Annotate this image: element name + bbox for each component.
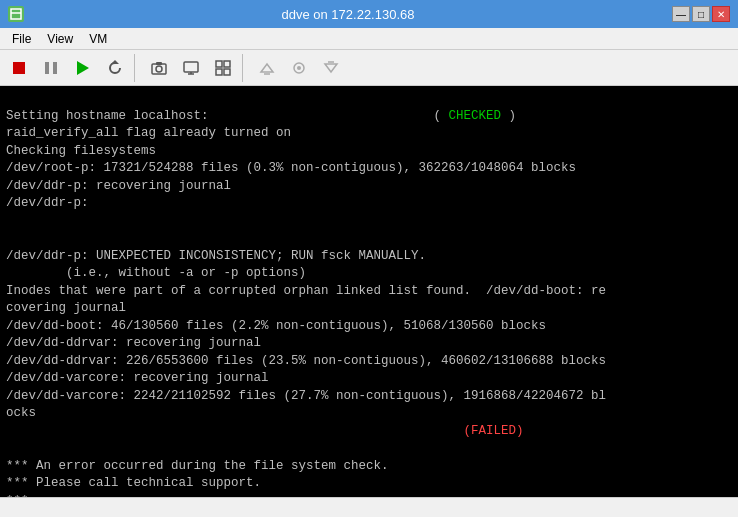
terminal-line: /dev/ddr-p: UNEXPECTED INCONSISTENCY; RU… bbox=[6, 248, 732, 266]
svg-rect-4 bbox=[53, 62, 57, 74]
menu-file[interactable]: File bbox=[4, 30, 39, 48]
svg-rect-9 bbox=[156, 62, 162, 65]
svg-rect-15 bbox=[216, 69, 222, 75]
terminal-line: raid_verify_all flag already turned on bbox=[6, 125, 732, 143]
terminal-line: *** An error occurred during the file sy… bbox=[6, 458, 732, 476]
menu-view[interactable]: View bbox=[39, 30, 81, 48]
pause-button[interactable] bbox=[36, 54, 66, 82]
window-controls: — □ ✕ bbox=[672, 6, 730, 22]
terminal-line: /dev/ddr-p: recovering journal bbox=[6, 178, 732, 196]
window-icon bbox=[8, 6, 24, 22]
terminal-line: *** Please call technical support. bbox=[6, 475, 732, 493]
svg-rect-16 bbox=[224, 69, 230, 75]
checked-status: CHECKED bbox=[441, 109, 509, 123]
action2-button[interactable] bbox=[284, 54, 314, 82]
options-button[interactable] bbox=[208, 54, 238, 82]
toolbar-sep-1 bbox=[134, 54, 140, 82]
svg-marker-17 bbox=[261, 64, 273, 72]
minimize-button[interactable]: — bbox=[672, 6, 690, 22]
terminal-line bbox=[6, 213, 732, 231]
close-button[interactable]: ✕ bbox=[712, 6, 730, 22]
svg-rect-0 bbox=[11, 9, 21, 19]
terminal-line: /dev/dd-ddrvar: recovering journal bbox=[6, 335, 732, 353]
status-bar bbox=[0, 497, 738, 517]
terminal-line bbox=[6, 230, 732, 248]
terminal-line: /dev/dd-varcore: 2242/21102592 files (27… bbox=[6, 388, 732, 406]
vm-display-button[interactable] bbox=[176, 54, 206, 82]
terminal-line: /dev/dd-ddrvar: 226/6553600 files (23.5%… bbox=[6, 353, 732, 371]
svg-rect-14 bbox=[224, 61, 230, 67]
terminal-line: /dev/ddr-p: bbox=[6, 195, 732, 213]
terminal-line: /dev/root-p: 17321/524288 files (0.3% no… bbox=[6, 160, 732, 178]
svg-marker-21 bbox=[325, 64, 337, 72]
terminal-line: covering journal bbox=[6, 300, 732, 318]
svg-marker-5 bbox=[77, 61, 89, 75]
terminal-line-failed: (FAILED) bbox=[6, 423, 732, 441]
terminal-line: Inodes that were part of a corrupted orp… bbox=[6, 283, 732, 301]
toolbar bbox=[0, 50, 738, 86]
action1-button[interactable] bbox=[252, 54, 282, 82]
svg-rect-2 bbox=[13, 62, 25, 74]
snapshot-button[interactable] bbox=[144, 54, 174, 82]
action3-button[interactable] bbox=[316, 54, 346, 82]
menu-bar: File View VM bbox=[0, 28, 738, 50]
terminal-output: Setting hostname localhost: ( CHECKED )r… bbox=[0, 86, 738, 497]
title-bar: ddve on 172.22.130.68 — □ ✕ bbox=[0, 0, 738, 28]
terminal-line: /dev/dd-varcore: recovering journal bbox=[6, 370, 732, 388]
svg-marker-6 bbox=[111, 60, 119, 64]
toolbar-sep-2 bbox=[242, 54, 248, 82]
terminal-line: /dev/dd-boot: 46/130560 files (2.2% non-… bbox=[6, 318, 732, 336]
failed-status: (FAILED) bbox=[6, 424, 524, 438]
svg-point-8 bbox=[156, 66, 162, 72]
stop-button[interactable] bbox=[4, 54, 34, 82]
terminal-line: ocks bbox=[6, 405, 732, 423]
svg-rect-13 bbox=[216, 61, 222, 67]
maximize-button[interactable]: □ bbox=[692, 6, 710, 22]
svg-rect-10 bbox=[184, 62, 198, 72]
terminal-line: (i.e., without -a or -p options) bbox=[6, 265, 732, 283]
window-title: ddve on 172.22.130.68 bbox=[281, 7, 414, 22]
play-button[interactable] bbox=[68, 54, 98, 82]
terminal-line: Setting hostname localhost: ( CHECKED ) bbox=[6, 108, 732, 126]
svg-rect-3 bbox=[45, 62, 49, 74]
terminal-line: Checking filesystems bbox=[6, 143, 732, 161]
menu-vm[interactable]: VM bbox=[81, 30, 115, 48]
refresh-button[interactable] bbox=[100, 54, 130, 82]
terminal-line bbox=[6, 440, 732, 458]
svg-point-20 bbox=[297, 66, 301, 70]
